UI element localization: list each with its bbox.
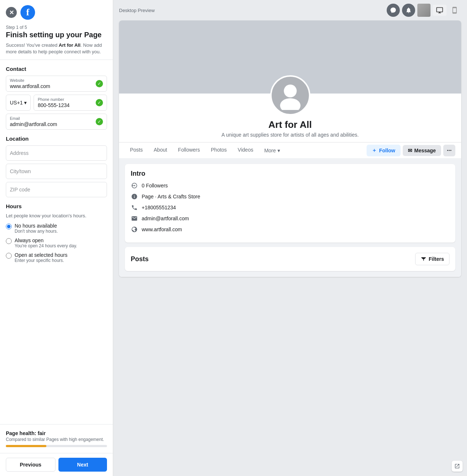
- profile-header-area: Art for All A unique art supplies store …: [119, 75, 461, 158]
- country-select[interactable]: US+1 ▾: [6, 95, 31, 111]
- always-open-sublabel: You're open 24 hours every day.: [15, 243, 77, 248]
- left-top-section: ✕ f Step 1 of 5 Finish setting up your P…: [0, 0, 113, 60]
- intro-title: Intro: [131, 170, 449, 178]
- address-input[interactable]: Address: [6, 145, 107, 161]
- address-placeholder: Address: [10, 150, 28, 156]
- selected-hours-sublabel: Enter your specific hours.: [15, 258, 68, 263]
- always-open-radio[interactable]: [6, 238, 12, 244]
- page-health-title: Page health: fair: [6, 430, 107, 436]
- location-section-title: Location: [6, 136, 107, 142]
- website-group: Website ✓: [6, 76, 107, 92]
- step-title: Finish setting up your Page: [6, 31, 107, 39]
- filters-label: Filters: [429, 256, 444, 262]
- tab-about[interactable]: About: [149, 142, 172, 158]
- no-hours-sublabel: Don't show any hours.: [15, 229, 58, 234]
- tab-photos[interactable]: Photos: [206, 142, 232, 158]
- more-options-button[interactable]: ···: [443, 145, 455, 156]
- message-button[interactable]: ✉ Message: [403, 145, 441, 156]
- hours-option-selected[interactable]: Open at selected hours Enter your specif…: [6, 252, 107, 263]
- svg-point-1: [280, 98, 301, 110]
- more-label: More: [264, 148, 276, 153]
- hours-option-always-open[interactable]: Always open You're open 24 hours every d…: [6, 237, 107, 248]
- selected-hours-radio[interactable]: [6, 253, 12, 259]
- health-bar-bg: [6, 445, 107, 447]
- email-input[interactable]: [6, 114, 107, 129]
- desktop-view-btn[interactable]: [433, 5, 447, 16]
- fb-page-preview: Art for All A unique art supplies store …: [119, 20, 461, 277]
- right-panel: Desktop Preview: [113, 0, 467, 476]
- phone-text: +18005551234: [142, 205, 176, 210]
- tab-followers[interactable]: Followers: [173, 142, 205, 158]
- phone-icon: [131, 204, 138, 211]
- preview-icons: [387, 4, 461, 17]
- phone-row: US+1 ▾ Phone number ✓: [6, 95, 107, 111]
- external-link-icon[interactable]: [452, 461, 463, 472]
- follow-icon: ＋: [372, 147, 377, 154]
- no-hours-text: No hours available Don't show any hours.: [15, 223, 58, 234]
- left-content: Contact Website ✓ US+1 ▾ Phone number ✓ …: [0, 60, 113, 424]
- always-open-text: Always open You're open 24 hours every d…: [15, 237, 77, 248]
- website-text: www.artforall.com: [142, 226, 182, 232]
- page-content-area: Intro 0 Followers Page · Arts & Crafts S…: [119, 158, 461, 277]
- phone-item: +18005551234: [131, 204, 449, 211]
- profile-thumbnail[interactable]: [417, 4, 430, 17]
- avatar-icon: [276, 81, 305, 110]
- page-desc-preview: A unique art supplies store for artists …: [222, 132, 359, 138]
- contact-section-title: Contact: [6, 66, 107, 72]
- page-health-desc: Compared to similar Pages with high enga…: [6, 437, 107, 442]
- selected-hours-label: Open at selected hours: [15, 252, 68, 258]
- website-input[interactable]: [6, 76, 107, 91]
- notifications-icon[interactable]: [402, 4, 415, 17]
- page-type-item: Page · Arts & Crafts Store: [131, 193, 449, 200]
- always-open-label: Always open: [15, 237, 77, 243]
- filters-icon: [421, 256, 426, 262]
- followers-item: 0 Followers: [131, 182, 449, 189]
- posts-card: Posts Filters: [125, 247, 455, 271]
- tab-posts[interactable]: Posts: [125, 142, 148, 158]
- email-group: Email ✓: [6, 114, 107, 130]
- tab-more[interactable]: More ▾: [259, 142, 285, 158]
- email-item: admin@artforall.com: [131, 215, 449, 222]
- email-text: admin@artforall.com: [142, 216, 189, 221]
- page-name-preview: Art for All: [268, 119, 312, 130]
- page-name-inline: Art for All: [59, 42, 80, 48]
- avatar: [270, 75, 310, 115]
- city-input[interactable]: City/town: [6, 164, 107, 179]
- step-label: Step 1 of 5: [6, 25, 107, 30]
- mobile-view-btn[interactable]: [448, 5, 461, 15]
- messenger-icon[interactable]: [387, 4, 400, 17]
- selected-hours-text: Open at selected hours Enter your specif…: [15, 252, 68, 263]
- left-panel: ✕ f Step 1 of 5 Finish setting up your P…: [0, 0, 113, 476]
- filters-button[interactable]: Filters: [415, 253, 449, 265]
- message-icon: ✉: [408, 148, 412, 153]
- page-nav-tabs: Posts About Followers Photos Videos More…: [119, 142, 461, 158]
- page-type-text: Page · Arts & Crafts Store: [142, 194, 200, 199]
- step-desc-prefix: Success! You've created: [6, 42, 59, 48]
- follow-label: Follow: [379, 148, 395, 153]
- phone-input-wrapper: Phone number ✓: [34, 95, 107, 111]
- zip-placeholder: ZIP code: [10, 187, 30, 193]
- followers-count: 0 Followers: [142, 183, 168, 189]
- hours-option-no-hours[interactable]: No hours available Don't show any hours.: [6, 223, 107, 234]
- email-input-wrapper: Email ✓: [6, 114, 107, 130]
- next-button[interactable]: Next: [58, 458, 107, 472]
- posts-title: Posts: [131, 255, 149, 263]
- bottom-nav: Previous Next: [0, 453, 113, 476]
- message-label: Message: [414, 148, 436, 153]
- health-bar-fill: [6, 445, 46, 447]
- no-hours-radio[interactable]: [6, 224, 12, 229]
- svg-point-0: [284, 84, 296, 97]
- globe-icon: [131, 226, 138, 233]
- profile-pic-area: Art for All A unique art supplies store …: [119, 75, 461, 142]
- previous-button[interactable]: Previous: [6, 458, 55, 472]
- ellipsis-icon: ···: [447, 147, 452, 154]
- email-icon: [131, 215, 138, 222]
- follow-button[interactable]: ＋ Follow: [367, 145, 400, 156]
- city-placeholder: City/town: [10, 168, 31, 174]
- close-icon[interactable]: ✕: [6, 7, 17, 18]
- website-item: www.artforall.com: [131, 226, 449, 233]
- no-hours-label: No hours available: [15, 223, 58, 229]
- page-health-section: Page health: fair Compared to similar Pa…: [0, 424, 113, 453]
- tab-videos[interactable]: Videos: [233, 142, 259, 158]
- zip-input[interactable]: ZIP code: [6, 182, 107, 197]
